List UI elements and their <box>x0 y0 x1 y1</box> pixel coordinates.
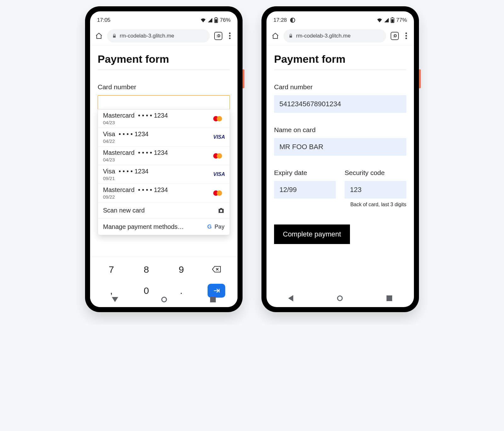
security-code-input[interactable] <box>345 181 406 199</box>
nav-back-icon[interactable] <box>288 295 293 301</box>
name-on-card-input[interactable] <box>274 138 406 156</box>
security-code-label: Security code <box>345 169 406 177</box>
card-expiry: 04/22 <box>103 138 148 144</box>
card-brand-mask: Mastercard • • • • 1234 <box>103 149 168 156</box>
autofill-dropdown: Mastercard • • • • 123404/23Visa • • • •… <box>98 109 230 235</box>
visa-icon: VISA <box>213 134 225 140</box>
clock: 17:28 <box>273 17 287 23</box>
wifi-icon <box>200 18 206 22</box>
page-title: Payment form <box>98 53 230 70</box>
tabs-button[interactable]: :D <box>214 32 222 40</box>
camera-icon <box>218 208 225 213</box>
nav-back-icon[interactable] <box>112 297 118 302</box>
clock: 17:05 <box>97 17 111 23</box>
scan-new-card-option[interactable]: Scan new card <box>98 202 230 219</box>
gpay-icon: G Pay <box>207 224 225 230</box>
url-text: rm-codelab-3.glitch.me <box>120 33 174 39</box>
address-bar[interactable]: rm-codelab-3.glitch.me <box>107 29 210 43</box>
status-bar: 17:28 77% <box>266 14 414 26</box>
card-expiry: 04/23 <box>103 120 168 125</box>
svg-rect-5 <box>392 17 393 18</box>
manage-payment-methods-option[interactable]: Manage payment methods…G Pay <box>98 219 230 235</box>
card-number-label: Card number <box>274 83 406 91</box>
card-expiry: 09/21 <box>103 176 148 181</box>
browser-toolbar: rm-codelab-3.glitch.me :D <box>266 26 414 45</box>
lock-icon <box>289 34 293 38</box>
card-brand-mask: Mastercard • • • • 1234 <box>103 186 168 194</box>
data-saver-icon <box>290 18 295 23</box>
autofill-card-option[interactable]: Visa • • • • 123404/22VISA <box>98 128 230 147</box>
svg-rect-3 <box>219 289 220 293</box>
autofill-card-option[interactable]: Visa • • • • 123409/21VISA <box>98 165 230 184</box>
mastercard-icon <box>213 190 225 196</box>
card-expiry: 09/22 <box>103 194 168 200</box>
card-number-input[interactable] <box>274 95 406 113</box>
complete-payment-button[interactable]: Complete payment <box>274 224 350 244</box>
autofill-card-option[interactable]: Mastercard • • • • 123404/23 <box>98 109 230 128</box>
url-text: rm-codelab-3.glitch.me <box>296 33 351 39</box>
wifi-icon <box>377 18 382 22</box>
card-expiry: 04/23 <box>103 157 168 162</box>
card-brand-mask: Mastercard • • • • 1234 <box>103 112 168 119</box>
lock-icon <box>112 34 117 38</box>
address-bar[interactable]: rm-codelab-3.glitch.me <box>284 29 386 43</box>
card-number-label: Card number <box>98 83 230 91</box>
key-7[interactable]: 7 <box>94 264 129 275</box>
nav-recent-icon[interactable] <box>210 297 216 302</box>
menu-icon[interactable] <box>227 32 232 39</box>
expiry-label: Expiry date <box>274 169 336 177</box>
browser-toolbar: rm-codelab-3.glitch.me :D <box>90 26 238 45</box>
nav-recent-icon[interactable] <box>387 295 392 301</box>
mastercard-icon <box>213 116 225 121</box>
security-code-helper: Back of card, last 3 digits <box>345 202 406 207</box>
nav-home-icon[interactable] <box>337 295 343 301</box>
phone-right: 17:28 77% rm-codelab-3.glitch.me :D Paym… <box>261 6 419 312</box>
key-9[interactable]: 9 <box>164 264 199 275</box>
autofill-card-option[interactable]: Mastercard • • • • 123404/23 <box>98 147 230 165</box>
battery-icon <box>214 17 218 23</box>
home-icon[interactable] <box>272 32 279 40</box>
card-brand-mask: Visa • • • • 1234 <box>103 168 148 175</box>
menu-icon[interactable] <box>403 32 409 39</box>
status-bar: 17:05 76% <box>90 14 238 26</box>
mastercard-icon <box>213 153 225 159</box>
key-backspace[interactable] <box>199 264 234 275</box>
svg-rect-1 <box>215 17 217 18</box>
name-on-card-label: Name on card <box>274 126 406 134</box>
page-title: Payment form <box>274 53 406 70</box>
svg-rect-2 <box>215 19 217 22</box>
svg-rect-6 <box>391 19 393 22</box>
expiry-input[interactable] <box>274 181 336 199</box>
tabs-button[interactable]: :D <box>391 32 399 40</box>
battery-percent: 77% <box>396 17 407 23</box>
nav-bar <box>90 293 238 306</box>
signal-icon <box>208 18 212 22</box>
autofill-card-option[interactable]: Mastercard • • • • 123409/22 <box>98 184 230 202</box>
nav-bar <box>266 291 414 305</box>
key-8[interactable]: 8 <box>129 264 164 275</box>
battery-icon <box>391 17 394 23</box>
card-brand-mask: Visa • • • • 1234 <box>103 131 148 138</box>
home-icon[interactable] <box>95 32 103 40</box>
signal-icon <box>384 18 389 22</box>
nav-home-icon[interactable] <box>161 297 167 302</box>
phone-left: 17:05 76% rm-codelab-3.glitch.me :D Paym… <box>85 6 243 312</box>
battery-percent: 76% <box>220 17 231 23</box>
visa-icon: VISA <box>213 172 225 177</box>
